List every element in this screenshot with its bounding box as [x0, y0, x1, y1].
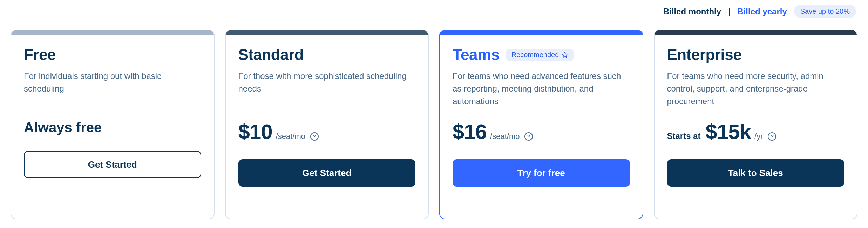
billing-monthly-option[interactable]: Billed monthly	[663, 7, 721, 16]
plan-card-standard: Standard For those with more sophisticat…	[225, 30, 429, 219]
plan-card-enterprise: Enterprise For teams who need more secur…	[654, 30, 858, 219]
plan-accent-bar	[226, 30, 428, 35]
plan-description: For teams who need more security, admin …	[667, 70, 845, 112]
plan-price-label: Always free	[24, 120, 201, 135]
plan-title: Teams	[453, 46, 500, 63]
get-started-button[interactable]: Get Started	[238, 159, 416, 187]
plan-accent-bar	[655, 30, 857, 35]
info-icon[interactable]: ?	[524, 132, 533, 141]
billing-toggle: Billed monthly | Billed yearly Save up t…	[11, 0, 857, 30]
plan-price-row: $10 /seat/mo ?	[238, 120, 416, 144]
plan-price: $10	[238, 120, 272, 144]
star-icon	[562, 52, 568, 58]
plan-price-per: /seat/mo	[490, 132, 520, 141]
plan-price: $15k	[706, 120, 751, 144]
plan-description: For individuals starting out with basic …	[24, 70, 201, 112]
plan-description: For those with more sophisticated schedu…	[238, 70, 416, 112]
try-for-free-button[interactable]: Try for free	[453, 159, 630, 187]
get-started-button[interactable]: Get Started	[24, 151, 201, 178]
plan-price-row: $16 /seat/mo ?	[453, 120, 630, 144]
plan-title: Free	[24, 46, 56, 63]
plan-accent-bar	[440, 30, 643, 35]
billing-yearly-option[interactable]: Billed yearly	[737, 7, 787, 16]
plan-card-teams: Teams Recommended For teams who need adv…	[439, 30, 643, 219]
plan-price: $16	[453, 120, 487, 144]
plan-price-per: /seat/mo	[276, 132, 305, 141]
plan-starts-at: Starts at	[667, 131, 701, 141]
info-icon[interactable]: ?	[768, 132, 776, 141]
billing-separator: |	[728, 7, 730, 16]
plan-description: For teams who need advanced features suc…	[453, 70, 630, 112]
talk-to-sales-button[interactable]: Talk to Sales	[667, 159, 845, 187]
info-icon[interactable]: ?	[310, 132, 319, 141]
svg-marker-0	[562, 52, 568, 58]
plans-grid: Free For individuals starting out with b…	[11, 30, 857, 219]
plan-card-free: Free For individuals starting out with b…	[11, 30, 215, 219]
recommended-label: Recommended	[511, 51, 559, 59]
plan-price-row: Starts at $15k /yr ?	[667, 120, 845, 144]
plan-accent-bar	[11, 30, 214, 35]
recommended-badge: Recommended	[506, 49, 574, 61]
save-badge: Save up to 20%	[794, 5, 856, 18]
plan-title: Enterprise	[667, 46, 742, 63]
plan-price-per: /yr	[754, 132, 763, 141]
plan-title: Standard	[238, 46, 304, 63]
